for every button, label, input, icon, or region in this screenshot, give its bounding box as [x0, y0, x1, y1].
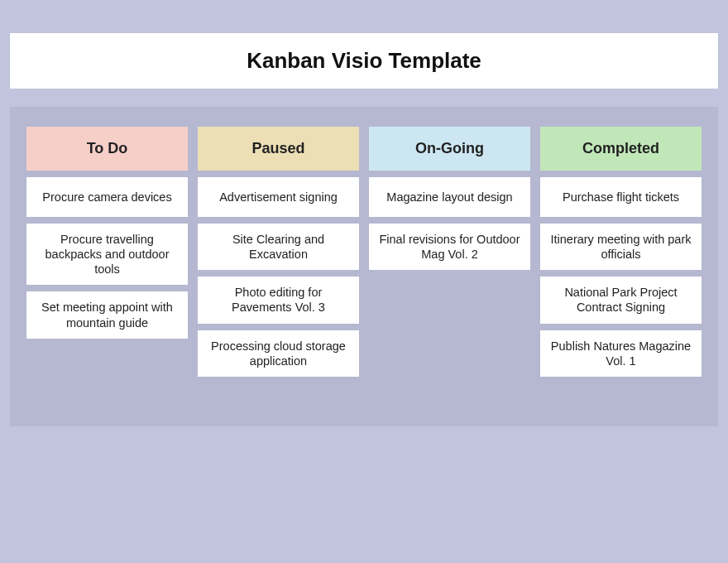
- column-header-paused: Paused: [198, 127, 359, 171]
- kanban-card[interactable]: Procure travelling backpacks and outdoor…: [26, 224, 188, 285]
- kanban-card[interactable]: Final revisions for Outdoor Mag Vol. 2: [369, 224, 530, 270]
- kanban-board: To Do Procure camera devices Procure tra…: [26, 127, 702, 377]
- column-ongoing: On-Going Magazine layout design Final re…: [369, 127, 530, 377]
- kanban-card[interactable]: Publish Natures Magazine Vol. 1: [540, 330, 702, 377]
- kanban-card[interactable]: Advertisement signing: [198, 177, 359, 217]
- kanban-card[interactable]: Magazine layout design: [369, 177, 530, 217]
- column-header-todo: To Do: [26, 127, 188, 171]
- board-wrap: To Do Procure camera devices Procure tra…: [10, 107, 718, 426]
- kanban-card[interactable]: National Park Project Contract Signing: [540, 277, 702, 323]
- column-paused: Paused Advertisement signing Site Cleari…: [198, 127, 359, 377]
- kanban-card[interactable]: Itinerary meeting with park officials: [540, 224, 702, 270]
- kanban-card[interactable]: Set meeting appoint with mountain guide: [26, 291, 188, 338]
- kanban-card[interactable]: Site Clearing and Excavation: [198, 224, 359, 270]
- page-title: Kanban Visio Template: [10, 48, 718, 74]
- column-completed: Completed Purchase flight tickets Itiner…: [540, 127, 702, 377]
- kanban-card[interactable]: Photo editing for Pavements Vol. 3: [198, 277, 359, 323]
- kanban-card[interactable]: Purchase flight tickets: [540, 177, 702, 217]
- kanban-card[interactable]: Procure camera devices: [26, 177, 188, 217]
- kanban-card[interactable]: Processing cloud storage application: [198, 330, 359, 377]
- column-header-completed: Completed: [540, 127, 702, 171]
- column-todo: To Do Procure camera devices Procure tra…: [26, 127, 188, 377]
- title-bar: Kanban Visio Template: [10, 33, 718, 89]
- column-header-ongoing: On-Going: [369, 127, 530, 171]
